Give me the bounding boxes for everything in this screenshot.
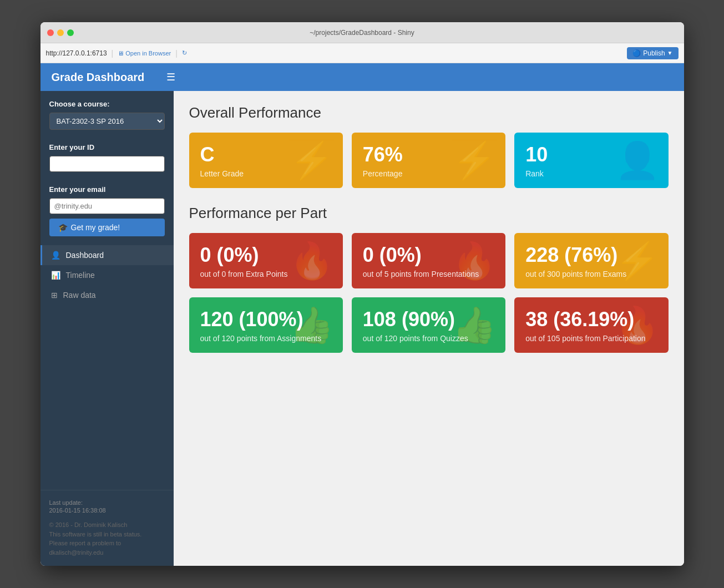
quizzes-value: 108 (90%) xyxy=(363,308,494,331)
sidebar-nav: 👤 Dashboard 📊 Timeline ⊞ Raw data xyxy=(40,245,174,490)
assignments-label: out of 120 points from Assignments xyxy=(200,334,332,343)
performance-per-part-title: Performance per Part xyxy=(189,205,669,222)
assignments-value: 120 (100%) xyxy=(200,308,332,331)
enter-id-label: Enter your ID xyxy=(49,143,165,151)
publish-caret-icon: ▼ xyxy=(667,50,673,56)
publish-button[interactable]: 🔵 Publish ▼ xyxy=(627,47,678,59)
close-button[interactable] xyxy=(47,29,54,36)
sidebar: Choose a course: BAT-2302-3 SP 2016 Ente… xyxy=(40,91,174,566)
percentage-value: 76% xyxy=(363,144,494,166)
sidebar-footer: Last update: 2016-01-15 16:38:08 © 2016 … xyxy=(40,490,174,566)
shiny-app: Grade Dashboard ☰ Choose a course: BAT-2… xyxy=(40,63,684,566)
rank-value: 10 xyxy=(525,144,657,166)
email-input[interactable] xyxy=(49,198,165,214)
url-display: http://127.0.0.1:6713 xyxy=(46,49,107,57)
app-body: Choose a course: BAT-2302-3 SP 2016 Ente… xyxy=(40,91,684,566)
quizzes-label: out of 120 points from Quizzes xyxy=(363,334,494,343)
course-select[interactable]: BAT-2302-3 SP 2016 xyxy=(49,113,165,130)
get-grade-button[interactable]: 🎓 Get my grade! xyxy=(49,219,165,236)
dashboard-icon: 👤 xyxy=(51,251,60,260)
percentage-label: Percentage xyxy=(363,169,494,178)
browser-icon: 🖥 xyxy=(118,50,124,57)
overall-performance-cards: C Letter Grade ⚡ 76% Percentage ⚡ 10 Ran… xyxy=(189,133,669,188)
nav-item-dashboard[interactable]: 👤 Dashboard xyxy=(40,245,174,265)
choose-course-label: Choose a course: xyxy=(49,100,165,108)
nav-label-dashboard: Dashboard xyxy=(66,251,104,260)
open-in-browser-button[interactable]: 🖥 Open in Browser xyxy=(118,50,171,57)
exams-value: 228 (76%) xyxy=(525,244,657,266)
course-section: Choose a course: BAT-2302-3 SP 2016 xyxy=(40,91,174,134)
exams-label: out of 300 points from Exams xyxy=(525,270,657,278)
rank-card: 10 Rank 👤 xyxy=(514,133,668,188)
participation-label: out of 105 points from Participation xyxy=(525,334,657,343)
nav-label-timeline: Timeline xyxy=(66,271,95,280)
presentations-card: 0 (0%) out of 5 points from Presentation… xyxy=(352,233,505,288)
enter-email-label: Enter your email xyxy=(49,185,165,194)
rawdata-icon: ⊞ xyxy=(51,291,58,300)
copyright-text: © 2016 - Dr. Dominik KalischThis softwar… xyxy=(49,520,165,557)
titlebar: ~/projects/GradeDashboard - Shiny xyxy=(40,22,684,43)
refresh-icon: ↻ xyxy=(182,49,187,57)
nav-item-timeline[interactable]: 📊 Timeline xyxy=(40,265,174,285)
traffic-lights xyxy=(47,29,74,36)
presentations-label: out of 5 points from Presentations xyxy=(363,270,494,278)
presentations-value: 0 (0%) xyxy=(363,244,494,266)
minimize-button[interactable] xyxy=(57,29,64,36)
browserbar-actions: 🔵 Publish ▼ xyxy=(627,47,678,59)
publish-icon: 🔵 xyxy=(632,49,641,57)
letter-grade-value: C xyxy=(200,144,332,166)
window-title: ~/projects/GradeDashboard - Shiny xyxy=(310,29,414,37)
extra-points-label: out of 0 from Extra Points xyxy=(200,270,332,278)
app-title: Grade Dashboard xyxy=(52,71,145,84)
assignments-card: 120 (100%) out of 120 points from Assign… xyxy=(189,297,343,353)
rank-label: Rank xyxy=(525,169,657,178)
last-update-value: 2016-01-15 16:38:08 xyxy=(49,507,165,514)
percentage-card: 76% Percentage ⚡ xyxy=(352,133,505,188)
app-header: Grade Dashboard ☰ xyxy=(40,63,684,91)
quizzes-card: 108 (90%) out of 120 points from Quizzes… xyxy=(352,297,505,353)
id-input[interactable] xyxy=(49,156,165,172)
nav-label-rawdata: Raw data xyxy=(63,291,96,300)
overall-performance-title: Overall Performance xyxy=(189,104,669,121)
id-section: Enter your ID xyxy=(40,134,174,176)
main-content: Overall Performance C Letter Grade ⚡ 76%… xyxy=(174,91,684,566)
exams-card: 228 (76%) out of 300 points from Exams ⚡ xyxy=(514,233,668,288)
timeline-icon: 📊 xyxy=(51,271,60,280)
mortarboard-icon: 🎓 xyxy=(58,223,68,232)
maximize-button[interactable] xyxy=(67,29,74,36)
participation-card: 38 (36.19%) out of 105 points from Parti… xyxy=(514,297,668,353)
app-window: ~/projects/GradeDashboard - Shiny http:/… xyxy=(40,22,684,566)
refresh-button[interactable]: ↻ xyxy=(182,49,187,57)
last-update-label: Last update: xyxy=(49,499,165,506)
participation-value: 38 (36.19%) xyxy=(525,308,657,331)
hamburger-icon[interactable]: ☰ xyxy=(166,71,175,83)
letter-grade-card: C Letter Grade ⚡ xyxy=(189,133,343,188)
extra-points-card: 0 (0%) out of 0 from Extra Points 🔥 xyxy=(189,233,343,288)
browserbar: http://127.0.0.1:6713 | 🖥 Open in Browse… xyxy=(40,43,684,63)
nav-item-rawdata[interactable]: ⊞ Raw data xyxy=(40,285,174,305)
email-section: Enter your email xyxy=(40,176,174,219)
extra-points-value: 0 (0%) xyxy=(200,244,332,266)
performance-per-part-cards: 0 (0%) out of 0 from Extra Points 🔥 0 (0… xyxy=(189,233,669,353)
letter-grade-label: Letter Grade xyxy=(200,169,332,178)
